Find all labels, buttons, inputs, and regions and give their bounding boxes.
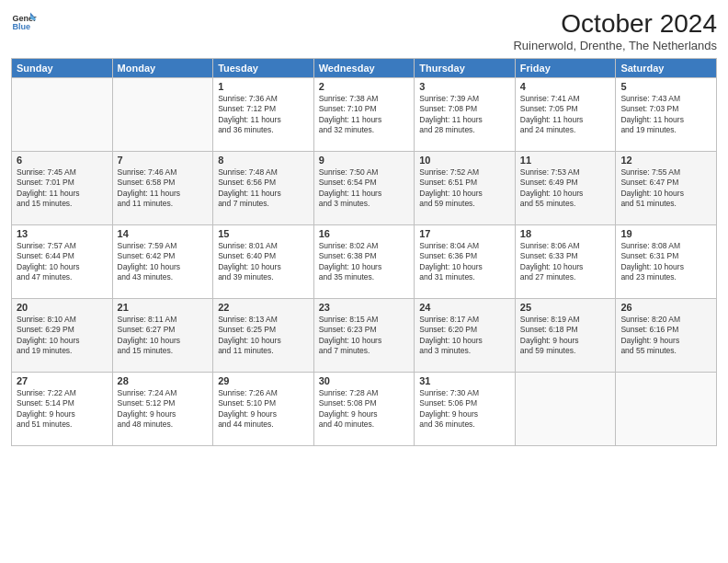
day-number: 8	[218, 155, 309, 166]
calendar-cell: 6Sunrise: 7:45 AM Sunset: 7:01 PM Daylig…	[12, 152, 113, 225]
cell-text: Sunrise: 7:57 AM Sunset: 6:44 PM Dayligh…	[17, 241, 108, 283]
cell-text: Sunrise: 7:39 AM Sunset: 7:08 PM Dayligh…	[419, 94, 510, 136]
day-number: 15	[218, 228, 309, 239]
subtitle: Ruinerwold, Drenthe, The Netherlands	[513, 39, 717, 52]
calendar-cell: 4Sunrise: 7:41 AM Sunset: 7:05 PM Daylig…	[515, 78, 616, 152]
header-cell-monday: Monday	[112, 59, 213, 78]
day-number: 25	[520, 302, 611, 313]
calendar-row: 27Sunrise: 7:22 AM Sunset: 5:14 PM Dayli…	[12, 373, 717, 446]
calendar-cell: 1Sunrise: 7:36 AM Sunset: 7:12 PM Daylig…	[213, 78, 314, 152]
calendar-cell: 22Sunrise: 8:13 AM Sunset: 6:25 PM Dayli…	[213, 299, 314, 373]
cell-text: Sunrise: 7:30 AM Sunset: 5:06 PM Dayligh…	[419, 388, 510, 431]
calendar-cell: 3Sunrise: 7:39 AM Sunset: 7:08 PM Daylig…	[415, 78, 516, 152]
cell-text: Sunrise: 7:53 AM Sunset: 6:49 PM Dayligh…	[520, 167, 611, 210]
cell-text: Sunrise: 7:26 AM Sunset: 5:10 PM Dayligh…	[218, 388, 309, 431]
calendar-row: 6Sunrise: 7:45 AM Sunset: 7:01 PM Daylig…	[12, 152, 717, 225]
calendar-cell: 27Sunrise: 7:22 AM Sunset: 5:14 PM Dayli…	[12, 373, 113, 446]
page: General Blue October 2024 Ruinerwold, Dr…	[0, 0, 728, 563]
day-number: 26	[620, 302, 711, 313]
calendar-cell	[112, 78, 213, 152]
header-cell-sunday: Sunday	[12, 59, 113, 78]
calendar-cell: 15Sunrise: 8:01 AM Sunset: 6:40 PM Dayli…	[213, 225, 314, 299]
calendar-cell: 19Sunrise: 8:08 AM Sunset: 6:31 PM Dayli…	[616, 225, 717, 299]
day-number: 14	[118, 228, 209, 239]
calendar-cell: 25Sunrise: 8:19 AM Sunset: 6:18 PM Dayli…	[515, 299, 616, 373]
day-number: 20	[17, 302, 108, 313]
calendar-table: SundayMondayTuesdayWednesdayThursdayFrid…	[11, 58, 717, 446]
cell-text: Sunrise: 7:59 AM Sunset: 6:42 PM Dayligh…	[118, 241, 209, 283]
cell-text: Sunrise: 7:45 AM Sunset: 7:01 PM Dayligh…	[17, 167, 108, 210]
cell-text: Sunrise: 7:55 AM Sunset: 6:47 PM Dayligh…	[620, 167, 711, 210]
day-number: 2	[319, 81, 410, 92]
day-number: 27	[17, 375, 108, 386]
calendar-cell	[12, 78, 113, 152]
day-number: 29	[218, 375, 309, 386]
calendar-cell: 29Sunrise: 7:26 AM Sunset: 5:10 PM Dayli…	[213, 373, 314, 446]
day-number: 23	[319, 302, 410, 313]
header-row: SundayMondayTuesdayWednesdayThursdayFrid…	[12, 59, 717, 78]
calendar-cell: 8Sunrise: 7:48 AM Sunset: 6:56 PM Daylig…	[213, 152, 314, 225]
day-number: 18	[520, 228, 611, 239]
calendar-cell: 14Sunrise: 7:59 AM Sunset: 6:42 PM Dayli…	[112, 225, 213, 299]
day-number: 13	[17, 228, 108, 239]
calendar-row: 1Sunrise: 7:36 AM Sunset: 7:12 PM Daylig…	[12, 78, 717, 152]
cell-text: Sunrise: 8:11 AM Sunset: 6:27 PM Dayligh…	[118, 315, 209, 357]
calendar-cell	[515, 373, 616, 446]
calendar-cell: 28Sunrise: 7:24 AM Sunset: 5:12 PM Dayli…	[112, 373, 213, 446]
cell-text: Sunrise: 8:10 AM Sunset: 6:29 PM Dayligh…	[17, 315, 108, 357]
cell-text: Sunrise: 7:46 AM Sunset: 6:58 PM Dayligh…	[118, 167, 209, 210]
day-number: 10	[419, 155, 510, 166]
cell-text: Sunrise: 7:24 AM Sunset: 5:12 PM Dayligh…	[118, 388, 209, 431]
cell-text: Sunrise: 8:08 AM Sunset: 6:31 PM Dayligh…	[620, 241, 711, 283]
svg-text:Blue: Blue	[12, 22, 30, 31]
calendar-cell: 24Sunrise: 8:17 AM Sunset: 6:20 PM Dayli…	[415, 299, 516, 373]
calendar-cell: 21Sunrise: 8:11 AM Sunset: 6:27 PM Dayli…	[112, 299, 213, 373]
cell-text: Sunrise: 7:41 AM Sunset: 7:05 PM Dayligh…	[520, 94, 611, 136]
day-number: 5	[620, 81, 711, 92]
day-number: 4	[520, 81, 611, 92]
calendar-cell	[616, 373, 717, 446]
header-cell-thursday: Thursday	[415, 59, 516, 78]
cell-text: Sunrise: 8:01 AM Sunset: 6:40 PM Dayligh…	[218, 241, 309, 283]
calendar-cell: 26Sunrise: 8:20 AM Sunset: 6:16 PM Dayli…	[616, 299, 717, 373]
day-number: 28	[118, 375, 209, 386]
cell-text: Sunrise: 7:36 AM Sunset: 7:12 PM Dayligh…	[218, 94, 309, 136]
day-number: 11	[520, 155, 611, 166]
calendar-cell: 18Sunrise: 8:06 AM Sunset: 6:33 PM Dayli…	[515, 225, 616, 299]
day-number: 24	[419, 302, 510, 313]
calendar-cell: 5Sunrise: 7:43 AM Sunset: 7:03 PM Daylig…	[616, 78, 717, 152]
calendar-cell: 9Sunrise: 7:50 AM Sunset: 6:54 PM Daylig…	[313, 152, 415, 225]
cell-text: Sunrise: 8:19 AM Sunset: 6:18 PM Dayligh…	[520, 315, 611, 357]
calendar-cell: 13Sunrise: 7:57 AM Sunset: 6:44 PM Dayli…	[12, 225, 113, 299]
day-number: 9	[319, 155, 410, 166]
calendar-cell: 20Sunrise: 8:10 AM Sunset: 6:29 PM Dayli…	[12, 299, 113, 373]
logo-icon: General Blue	[11, 9, 37, 35]
header: General Blue October 2024 Ruinerwold, Dr…	[11, 9, 717, 52]
calendar-cell: 11Sunrise: 7:53 AM Sunset: 6:49 PM Dayli…	[515, 152, 616, 225]
calendar-row: 13Sunrise: 7:57 AM Sunset: 6:44 PM Dayli…	[12, 225, 717, 299]
month-title: October 2024	[513, 9, 717, 39]
cell-text: Sunrise: 7:22 AM Sunset: 5:14 PM Dayligh…	[17, 388, 108, 431]
cell-text: Sunrise: 7:43 AM Sunset: 7:03 PM Dayligh…	[620, 94, 711, 136]
day-number: 17	[419, 228, 510, 239]
cell-text: Sunrise: 7:48 AM Sunset: 6:56 PM Dayligh…	[218, 167, 309, 210]
day-number: 31	[419, 375, 510, 386]
cell-text: Sunrise: 8:02 AM Sunset: 6:38 PM Dayligh…	[319, 241, 410, 283]
day-number: 16	[319, 228, 410, 239]
day-number: 12	[620, 155, 711, 166]
day-number: 21	[118, 302, 209, 313]
cell-text: Sunrise: 7:50 AM Sunset: 6:54 PM Dayligh…	[319, 167, 410, 210]
day-number: 19	[620, 228, 711, 239]
cell-text: Sunrise: 7:52 AM Sunset: 6:51 PM Dayligh…	[419, 167, 510, 210]
calendar-cell: 12Sunrise: 7:55 AM Sunset: 6:47 PM Dayli…	[616, 152, 717, 225]
calendar-cell: 23Sunrise: 8:15 AM Sunset: 6:23 PM Dayli…	[313, 299, 415, 373]
calendar-cell: 17Sunrise: 8:04 AM Sunset: 6:36 PM Dayli…	[415, 225, 516, 299]
day-number: 7	[118, 155, 209, 166]
calendar-cell: 10Sunrise: 7:52 AM Sunset: 6:51 PM Dayli…	[415, 152, 516, 225]
day-number: 6	[17, 155, 108, 166]
calendar-cell: 7Sunrise: 7:46 AM Sunset: 6:58 PM Daylig…	[112, 152, 213, 225]
calendar-cell: 31Sunrise: 7:30 AM Sunset: 5:06 PM Dayli…	[415, 373, 516, 446]
day-number: 30	[319, 375, 410, 386]
header-cell-wednesday: Wednesday	[313, 59, 415, 78]
header-cell-saturday: Saturday	[616, 59, 717, 78]
